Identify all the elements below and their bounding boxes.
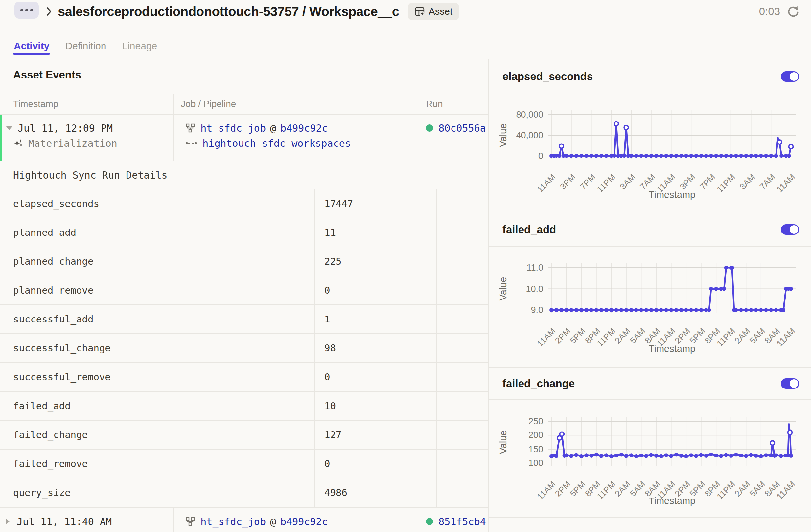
menu-dot-icon (30, 9, 33, 12)
detail-key: planned_change (0, 247, 315, 276)
svg-text:2PM: 2PM (553, 479, 572, 499)
chart-section-header: failed_add (489, 212, 811, 247)
expand-caret-icon[interactable] (6, 518, 10, 525)
detail-spacer (437, 218, 488, 247)
svg-text:11PM: 11PM (595, 172, 617, 194)
detail-row: planned_remove0 (0, 276, 488, 305)
detail-value: 98 (315, 334, 437, 362)
detail-spacer (437, 421, 488, 449)
run-status-dot (426, 518, 433, 525)
run-details-table: elapsed_seconds17447planned_add11planned… (0, 189, 488, 507)
column-header-timestamp: Timestamp (0, 94, 173, 114)
svg-text:2AM: 2AM (613, 479, 632, 499)
asset-events-panel: Asset Events Timestamp Job / Pipeline Ru… (0, 60, 489, 532)
detail-value: 0 (315, 276, 437, 304)
svg-text:5PM: 5PM (568, 479, 587, 499)
svg-text:7AM: 7AM (758, 172, 777, 191)
detail-row: failed_remove0 (0, 450, 488, 479)
detail-row: elapsed_seconds17447 (0, 189, 488, 218)
detail-key: successful_change (0, 334, 315, 362)
events-table-header: Timestamp Job / Pipeline Run (0, 94, 488, 115)
collapse-caret-icon[interactable] (6, 126, 13, 130)
run-link[interactable]: 851f5cb4 (438, 516, 486, 528)
tab-definition[interactable]: Definition (65, 33, 106, 59)
sensor-icon (185, 140, 197, 146)
breadcrumb-chevron-icon (46, 6, 52, 16)
detail-key: failed_change (0, 421, 315, 449)
svg-text:11AM: 11AM (535, 172, 557, 194)
asset-table-icon (414, 6, 425, 17)
chart-title-elapsed-seconds: elapsed_seconds (502, 70, 593, 83)
event-type-label: Materialization (28, 138, 117, 149)
chart-section-header: failed_change (489, 367, 811, 400)
column-header-job-pipeline: Job / Pipeline (173, 94, 417, 114)
chart-title-failed-add: failed_add (502, 223, 556, 236)
run-link[interactable]: 80c0556a (438, 123, 486, 134)
chart-visibility-toggle[interactable] (781, 378, 799, 389)
menu-dot-icon (20, 9, 23, 12)
svg-text:11.0: 11.0 (526, 263, 543, 272)
detail-value: 1 (315, 305, 437, 333)
detail-key: failed_remove (0, 450, 315, 478)
event-timestamp: Jul 11, 11:40 AM (17, 516, 112, 528)
svg-text:3AM: 3AM (618, 172, 637, 191)
detail-key: planned_add (0, 218, 315, 247)
svg-text:5AM: 5AM (628, 479, 647, 499)
breadcrumb: salesforceproductiondonottouch-53757 / W… (14, 3, 459, 20)
page-header: salesforceproductiondonottouch-53757 / W… (0, 0, 811, 23)
detail-spacer (437, 247, 488, 276)
header-actions: 0:03 (759, 5, 800, 18)
detail-row: planned_add11 (0, 218, 488, 247)
svg-text:Timestamp: Timestamp (649, 496, 695, 506)
svg-text:Value: Value (498, 124, 508, 147)
tab-activity[interactable]: Activity (14, 33, 49, 59)
svg-text:200: 200 (529, 430, 543, 440)
detail-spacer (437, 334, 488, 362)
chart-visibility-toggle[interactable] (781, 71, 799, 82)
job-link[interactable]: ht_sfdc_job @ b499c92c (200, 516, 327, 528)
detail-spacer (437, 392, 488, 420)
job-link[interactable]: ht_sfdc_job @ b499c92c (200, 123, 327, 134)
detail-value: 10 (315, 392, 437, 420)
toggle-knob (790, 379, 798, 388)
svg-text:2AM: 2AM (733, 326, 752, 345)
detail-value: 0 (315, 363, 437, 391)
event-timestamp: Jul 11, 12:09 PM (18, 123, 113, 134)
detail-key: successful_remove (0, 363, 315, 391)
run-status-dot (426, 124, 433, 132)
chart-title-failed-change: failed_change (502, 377, 575, 390)
svg-text:3PM: 3PM (558, 172, 577, 191)
svg-text:Timestamp: Timestamp (649, 344, 695, 354)
refresh-icon[interactable] (787, 5, 800, 18)
svg-text:11AM: 11AM (775, 172, 797, 194)
svg-text:3AM: 3AM (738, 172, 757, 191)
job-graph-icon (185, 517, 195, 527)
asset-badge: Asset (408, 3, 459, 20)
svg-text:250: 250 (529, 417, 543, 426)
tab-lineage[interactable]: Lineage (122, 33, 157, 59)
svg-text:80,000: 80,000 (516, 110, 543, 120)
svg-text:3PM: 3PM (677, 172, 697, 191)
detail-row: successful_remove0 (0, 363, 488, 392)
overflow-menu-button[interactable] (14, 2, 39, 19)
refresh-timer: 0:03 (759, 5, 780, 18)
run-details-title: Hightouch Sync Run Details (13, 170, 168, 181)
run-details-header: Hightouch Sync Run Details (0, 161, 488, 189)
detail-spacer (437, 479, 488, 507)
detail-spacer (437, 363, 488, 391)
detail-row: failed_change127 (0, 421, 488, 450)
detail-spacer (437, 276, 488, 304)
chart-visibility-toggle[interactable] (781, 224, 799, 235)
svg-text:40,000: 40,000 (516, 130, 543, 140)
svg-text:2AM: 2AM (733, 479, 752, 499)
svg-text:Value: Value (498, 277, 508, 300)
pipeline-link[interactable]: hightouch_sfdc_workspaces (202, 138, 351, 149)
svg-text:7PM: 7PM (578, 172, 597, 191)
toggle-knob (790, 72, 798, 81)
detail-spacer (437, 189, 488, 218)
failed-add-chart: 9.010.011.011AM2PM5PM8PM11PM2AM5AM8AM11A… (493, 248, 799, 365)
detail-value: 17447 (315, 189, 437, 218)
detail-row: failed_add10 (0, 392, 488, 421)
svg-text:100: 100 (529, 458, 543, 468)
detail-value: 127 (315, 421, 437, 449)
